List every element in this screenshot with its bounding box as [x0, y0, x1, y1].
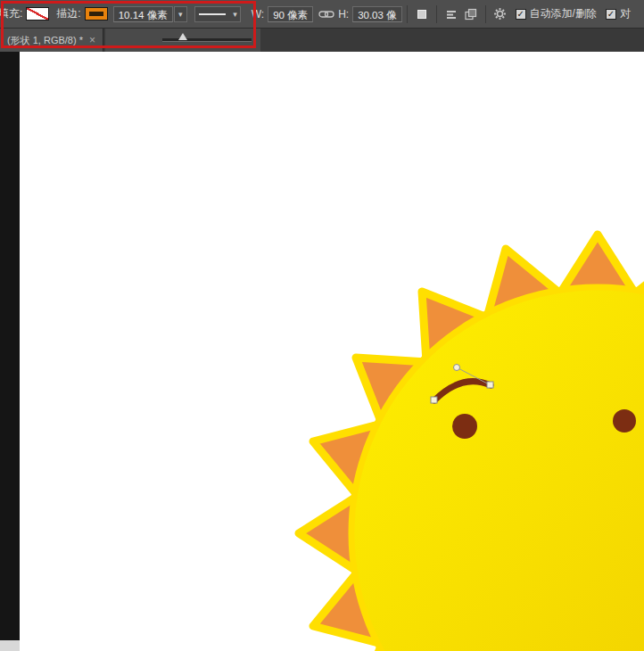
path-anchor-point[interactable] [431, 397, 437, 403]
document-tab[interactable]: (形状 1, RGB/8) * × [0, 29, 103, 52]
auto-add-delete-label: 自动添加/删除 [530, 6, 597, 21]
stroke-width-slider-panel [105, 29, 260, 52]
stroke-width-slider-track[interactable] [162, 38, 252, 42]
auto-add-delete-checkbox[interactable]: ✓ [516, 9, 526, 20]
canvas-artwork [20, 52, 644, 651]
align-bars-icon [445, 8, 458, 21]
sun-left-eye [452, 414, 477, 439]
chevron-down-icon: ▾ [233, 10, 237, 19]
height-label: H: [338, 8, 349, 21]
path-operations-button[interactable] [412, 4, 432, 24]
stroke-width-field[interactable]: 10.14 像素 [113, 6, 173, 22]
status-corner [0, 640, 20, 651]
divider [485, 5, 486, 23]
gear-icon [493, 7, 507, 21]
check-icon: ✓ [607, 9, 615, 19]
align-edges-label: 对 [620, 6, 631, 21]
chevron-down-icon: ▾ [178, 10, 183, 19]
stroke-width-dropdown-button[interactable]: ▾ [174, 6, 187, 22]
close-icon[interactable]: × [89, 34, 95, 46]
combine-shapes-icon [416, 8, 428, 21]
sun-body [351, 287, 644, 651]
direction-handle-point[interactable] [454, 365, 460, 371]
options-bar: 填充: 描边: 10.14 像素 ▾ ▾ W: 90 像素 H: 30.03 像 [0, 0, 644, 29]
document-tab-title: (形状 1, RGB/8) * [7, 34, 83, 47]
stroke-style-preview [199, 13, 226, 15]
link-dimensions-button[interactable] [317, 4, 336, 24]
shape-height-field[interactable]: 30.03 像 [352, 6, 401, 22]
stroke-style-select[interactable]: ▾ [194, 6, 241, 22]
stroke-width-slider-handle[interactable] [178, 33, 187, 40]
sun-right-eye [613, 409, 636, 433]
stroke-label: 描边: [56, 6, 80, 21]
tools-panel-edge[interactable] [0, 52, 20, 651]
fill-label: 填充: [0, 6, 22, 21]
align-edges-checkbox[interactable]: ✓ [606, 9, 616, 20]
document-tab-bar: (形状 1, RGB/8) * × [0, 29, 644, 52]
path-alignment-button[interactable] [442, 4, 461, 24]
divider [436, 5, 437, 23]
width-label: W: [252, 8, 264, 21]
shape-width-field[interactable]: 90 像素 [268, 6, 313, 22]
document-canvas[interactable] [20, 52, 644, 651]
path-anchor-point[interactable] [487, 382, 493, 388]
divider [407, 5, 408, 23]
path-arrangement-button[interactable] [461, 4, 481, 24]
stacked-squares-icon [464, 8, 477, 21]
check-icon: ✓ [516, 9, 524, 19]
fill-swatch-none[interactable] [26, 7, 49, 21]
stroke-color-swatch[interactable] [85, 7, 108, 21]
geometry-options-button[interactable] [491, 4, 510, 24]
chain-link-icon [318, 9, 334, 20]
